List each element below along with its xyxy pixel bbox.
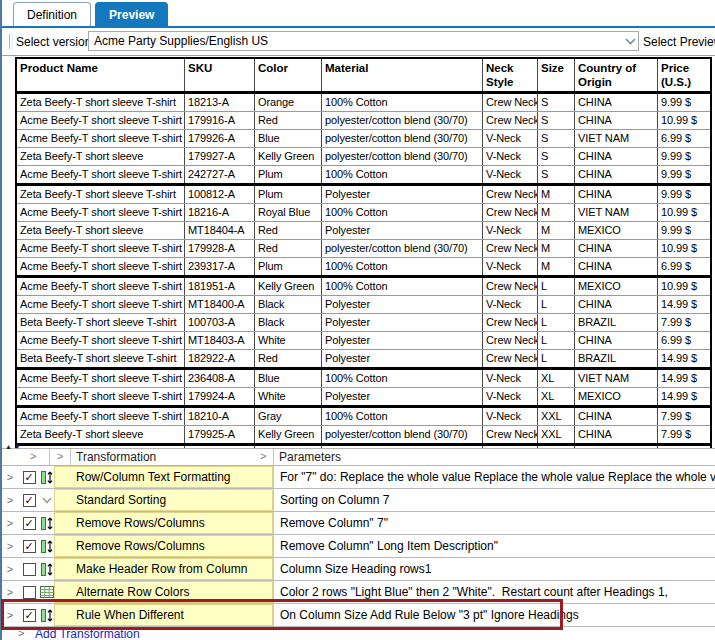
table-cell: Acme Beefy-T short sleeve T-shirt	[17, 332, 185, 349]
table-cell: L	[538, 296, 575, 313]
table-cell: M	[538, 186, 575, 203]
table-cell: Plum	[255, 186, 322, 203]
transformation-column-header[interactable]: Transformation	[76, 450, 156, 464]
table-cell: Acme Beefy-T short sleeve T-shirt	[17, 112, 185, 129]
column-header-price[interactable]: Price (U.S.)	[658, 59, 710, 91]
transformation-name: Alternate Row Colors	[54, 581, 273, 603]
table-cell: 100% Cotton	[322, 408, 483, 425]
table-cell: Zeta Beefy-T short sleeve	[17, 222, 185, 239]
table-row[interactable]: Acme Beefy-T short sleeve T-shirtMT18400…	[17, 296, 710, 314]
enabled-checkbox[interactable]: ✓	[18, 466, 40, 488]
table-cell: Gray	[255, 408, 322, 425]
toolbar-grip[interactable]	[9, 34, 13, 49]
table-cell: Red	[255, 350, 322, 367]
transformation-params: Column Size Heading rows1	[273, 558, 715, 580]
table-row[interactable]: Acme Beefy-T short sleeve T-shirt18210-A…	[17, 408, 710, 426]
splitter-down-icon[interactable]: ▼	[14, 443, 23, 450]
table-cell: Polyester	[322, 332, 483, 349]
enabled-checkbox[interactable]: ✓	[18, 535, 40, 557]
table-cell: V-Neck	[483, 148, 538, 165]
transformation-panel: > > Transformation > Parameters >✓Row/Co…	[2, 448, 715, 640]
table-row[interactable]: Beta Beefy-T short sleeve T-shirt182922-…	[17, 350, 710, 370]
table-grid-icon	[40, 581, 54, 603]
table-cell: MT18404-A	[185, 222, 255, 239]
expand-chevron-icon[interactable]: >	[2, 489, 18, 511]
column-header-product-name[interactable]: Product Name	[17, 59, 185, 91]
table-row[interactable]: Acme Beefy-T short sleeve T-shirt179926-…	[17, 130, 710, 148]
table-cell: S	[538, 94, 575, 111]
table-cell: 100% Cotton	[322, 258, 483, 275]
table-cell: Crew Neck	[483, 204, 538, 221]
transformation-row[interactable]: >✓Rule When DifferentOn Column Size Add …	[2, 604, 715, 627]
transformation-row[interactable]: >Make Header Row from ColumnColumn Size …	[2, 558, 715, 581]
transformation-row[interactable]: >Alternate Row ColorsColor 2 rows "Light…	[2, 581, 715, 604]
table-cell: polyester/cotton blend (30/70)	[322, 426, 483, 443]
column-header-country-of-origin[interactable]: Country of Origin	[575, 59, 658, 91]
table-row[interactable]: Zeta Beefy-T short sleeve T-shirt18213-A…	[17, 94, 710, 112]
table-row[interactable]: Acme Beefy-T short sleeve T-shirt18216-A…	[17, 204, 710, 222]
column-header-neck-style[interactable]: Neck Style	[483, 59, 538, 91]
table-cell: VIET NAM	[575, 130, 658, 147]
table-row[interactable]: Zeta Beefy-T short sleeve179925-AKelly G…	[17, 426, 710, 446]
tab-preview[interactable]: Preview	[95, 2, 168, 26]
table-cell: Plum	[255, 166, 322, 183]
table-row[interactable]: Beta Beefy-T short sleeve T-shirt100703-…	[17, 314, 710, 332]
transformation-row[interactable]: >✓Row/Column Text FormattingFor "7" do: …	[2, 466, 715, 489]
enabled-checkbox[interactable]	[18, 581, 40, 603]
transformation-name: Remove Rows/Columns	[54, 535, 273, 557]
table-row[interactable]: Acme Beefy-T short sleeve T-shirt242727-…	[17, 166, 710, 186]
expand-chevron-icon[interactable]: >	[2, 558, 18, 580]
transformation-row[interactable]: >✓Remove Rows/ColumnsRemove Column" Long…	[2, 535, 715, 558]
column-header-size[interactable]: Size	[538, 59, 575, 91]
table-cell: 239317-A	[185, 258, 255, 275]
column-header-sku[interactable]: SKU	[185, 59, 255, 91]
parameters-column-header[interactable]: Parameters	[279, 450, 341, 464]
table-row[interactable]: Acme Beefy-T short sleeve T-shirt236408-…	[17, 370, 710, 388]
version-combobox[interactable]: Acme Party Supplies/English US	[88, 31, 639, 51]
table-row[interactable]: Acme Beefy-T short sleeve T-shirt179916-…	[17, 112, 710, 130]
table-cell: 7.99 $	[658, 426, 710, 443]
table-cell: BRAZIL	[575, 350, 658, 367]
column-format-icon	[40, 512, 54, 534]
table-row[interactable]: Acme Beefy-T short sleeve T-shirt239317-…	[17, 258, 710, 278]
table-row[interactable]: Acme Beefy-T short sleeve T-shirtMT18403…	[17, 332, 710, 350]
table-cell: XL	[538, 370, 575, 387]
table-cell: Acme Beefy-T short sleeve T-shirt	[17, 408, 185, 425]
tab-definition[interactable]: Definition	[13, 2, 91, 26]
splitter-up-icon[interactable]: ▲	[5, 443, 14, 450]
expand-chevron-icon[interactable]: >	[2, 535, 18, 557]
column-header-color[interactable]: Color	[255, 59, 322, 91]
expand-chevron-icon: >	[18, 627, 24, 639]
table-cell: MEXICO	[575, 278, 658, 295]
header-divider	[70, 449, 71, 465]
table-row[interactable]: Zeta Beefy-T short sleeveMT18404-ARedPol…	[17, 222, 710, 240]
table-cell: MT18403-A	[185, 332, 255, 349]
expand-chevron-icon[interactable]: >	[2, 604, 18, 626]
preview-table-body: Zeta Beefy-T short sleeve T-shirt18213-A…	[17, 94, 710, 463]
table-cell: Crew Neck	[483, 426, 538, 443]
splitter-controls[interactable]: ▲▼	[5, 443, 23, 450]
transformation-row[interactable]: >✓Standard SortingSorting on Column 7	[2, 489, 715, 512]
table-row[interactable]: Zeta Beefy-T short sleeve T-shirt100812-…	[17, 186, 710, 204]
table-cell: Polyester	[322, 314, 483, 331]
table-row[interactable]: Acme Beefy-T short sleeve T-shirt179928-…	[17, 240, 710, 258]
transformation-row[interactable]: >✓Remove Rows/ColumnsRemove Column" 7"	[2, 512, 715, 535]
table-row[interactable]: Acme Beefy-T short sleeve T-shirt179924-…	[17, 388, 710, 408]
chevron-down-icon[interactable]	[622, 38, 638, 45]
enabled-checkbox[interactable]	[18, 558, 40, 580]
expand-chevron-icon[interactable]: >	[2, 581, 18, 603]
table-row[interactable]: Acme Beefy-T short sleeve T-shirt181951-…	[17, 278, 710, 296]
table-cell: L	[538, 350, 575, 367]
table-cell: V-Neck	[483, 166, 538, 183]
enabled-checkbox[interactable]: ✓	[18, 512, 40, 534]
expand-chevron-icon[interactable]: >	[2, 466, 18, 488]
expand-chevron-icon[interactable]: >	[2, 512, 18, 534]
table-row[interactable]: Zeta Beefy-T short sleeve179927-AKelly G…	[17, 148, 710, 166]
enabled-checkbox[interactable]: ✓	[18, 489, 40, 511]
add-transformation-link[interactable]: Add Transformation	[35, 627, 140, 640]
table-cell: 100703-A	[185, 314, 255, 331]
preview-table: Product Name SKU Color Material Neck Sty…	[15, 57, 712, 465]
table-cell: 100% Cotton	[322, 204, 483, 221]
enabled-checkbox[interactable]: ✓	[18, 604, 40, 626]
column-header-material[interactable]: Material	[322, 59, 483, 91]
